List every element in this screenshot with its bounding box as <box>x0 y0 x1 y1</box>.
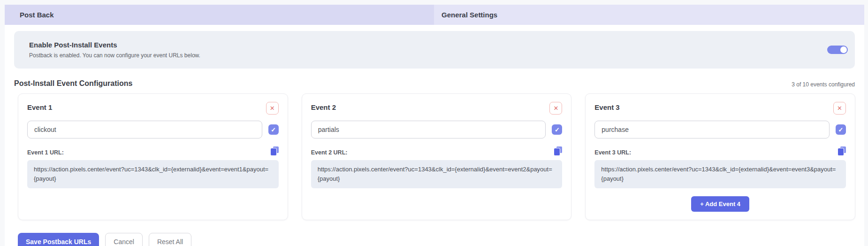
footer-actions: Save Postback URLs Cancel Reset All <box>18 233 864 246</box>
event-name-row: ✓ <box>311 121 563 138</box>
event-title: Event 2 <box>311 102 336 111</box>
event-title: Event 1 <box>27 102 52 111</box>
event-title: Event 3 <box>594 102 619 111</box>
url-label-row: Event 1 URL: <box>27 146 279 156</box>
section-title: Post-Install Event Configurations <box>14 79 132 88</box>
events-configured-counter: 3 of 10 events configured <box>792 81 855 88</box>
check-icon: ✓ <box>555 126 560 133</box>
tab-general-settings[interactable]: General Settings <box>434 5 864 25</box>
remove-event-button[interactable]: ✕ <box>549 102 562 115</box>
remove-event-button[interactable]: ✕ <box>266 102 279 115</box>
event-name-input[interactable] <box>27 121 262 138</box>
event-name-row: ✓ <box>594 121 846 138</box>
event-url-label: Event 2 URL: <box>311 149 348 156</box>
copy-icon[interactable] <box>554 146 562 156</box>
tab-bar: Post Back General Settings <box>5 5 864 25</box>
card-header: Event 2 ✕ <box>311 102 563 115</box>
add-event-button[interactable]: + Add Event 4 <box>691 196 749 212</box>
toggle-knob <box>840 46 847 53</box>
postback-panel: Enable Post-Install Events Postback is e… <box>5 25 864 246</box>
event-enabled-checkbox[interactable]: ✓ <box>268 124 279 135</box>
close-icon: ✕ <box>270 105 275 111</box>
event-name-input[interactable] <box>311 121 546 138</box>
enable-postback-toggle[interactable] <box>827 46 848 54</box>
check-icon: ✓ <box>271 126 276 133</box>
save-postback-urls-button[interactable]: Save Postback URLs <box>18 233 99 246</box>
tab-general-settings-label: General Settings <box>442 11 497 19</box>
close-icon: ✕ <box>837 105 842 111</box>
event-name-row: ✓ <box>27 121 279 138</box>
cancel-button[interactable]: Cancel <box>105 233 143 246</box>
remove-event-button[interactable]: ✕ <box>833 102 846 115</box>
banner-title: Enable Post-Install Events <box>29 41 200 49</box>
url-label-row: Event 2 URL: <box>311 146 563 156</box>
close-icon: ✕ <box>553 105 558 111</box>
banner-subtitle: Postback is enabled. You can now configu… <box>29 52 200 59</box>
card-header: Event 3 ✕ <box>594 102 846 115</box>
event-url-label: Event 3 URL: <box>594 149 631 156</box>
event-enabled-checkbox[interactable]: ✓ <box>836 124 846 135</box>
event-card-1: Event 1 ✕ ✓ Event 1 URL: https://action.… <box>18 93 288 220</box>
event-url-value: https://action.pixels.center/event?uc=13… <box>311 160 563 188</box>
copy-icon[interactable] <box>838 146 846 156</box>
event-card-3: Event 3 ✕ ✓ Event 3 URL: https://action.… <box>585 93 855 220</box>
add-event-row: + Add Event 4 <box>594 196 846 212</box>
tab-post-back[interactable]: Post Back <box>5 5 434 25</box>
event-enabled-checkbox[interactable]: ✓ <box>552 124 562 135</box>
tab-post-back-label: Post Back <box>20 11 54 19</box>
check-icon: ✓ <box>838 126 844 133</box>
card-header: Event 1 ✕ <box>27 102 279 115</box>
event-url-value: https://action.pixels.center/event?uc=13… <box>594 160 846 188</box>
url-label-row: Event 3 URL: <box>594 146 846 156</box>
section-header-row: Post-Install Event Configurations 3 of 1… <box>14 79 855 88</box>
event-cards: Event 1 ✕ ✓ Event 1 URL: https://action.… <box>18 93 855 220</box>
event-name-input[interactable] <box>594 121 830 138</box>
event-card-2: Event 2 ✕ ✓ Event 2 URL: https://action.… <box>302 93 572 220</box>
copy-icon[interactable] <box>270 146 279 156</box>
banner-text: Enable Post-Install Events Postback is e… <box>29 41 200 59</box>
event-url-value: https://action.pixels.center/event?uc=13… <box>27 160 279 188</box>
enable-postback-banner: Enable Post-Install Events Postback is e… <box>14 31 855 69</box>
event-url-label: Event 1 URL: <box>27 149 64 156</box>
reset-all-button[interactable]: Reset All <box>149 233 191 246</box>
